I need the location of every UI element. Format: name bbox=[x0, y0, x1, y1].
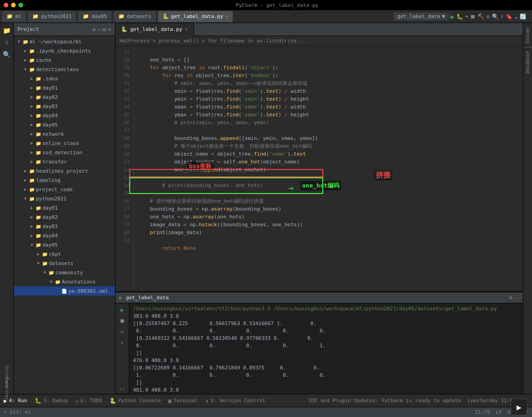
tree-item-dc-day04[interactable]: ▶ 📁 day04 bbox=[14, 111, 115, 120]
todo-tool-item[interactable]: ☑ 6: TODO bbox=[75, 398, 102, 404]
structure-icon[interactable]: S bbox=[1, 37, 12, 48]
tree-item-ml[interactable]: ▼ 📁 ml ~/workspace/ml bbox=[14, 37, 115, 46]
refresh-icon[interactable]: 🔄 bbox=[520, 13, 526, 20]
tree-item-checkpoints[interactable]: ▶ 📁 .ipynb_checkpoints bbox=[14, 46, 115, 55]
sidebar-collapse-icon[interactable]: — bbox=[97, 26, 101, 33]
run-output-line-11: ]] bbox=[133, 379, 519, 387]
tree-item-ckpt[interactable]: ▶ 📁 ckpt bbox=[14, 249, 115, 259]
version-control-item[interactable]: ↕ 9: Version Control bbox=[206, 398, 266, 404]
database-tab[interactable]: Database bbox=[524, 49, 531, 75]
run-play-icon[interactable]: ▶ bbox=[118, 305, 127, 314]
code-content[interactable]: one_hots = [] for object_tree in root.fi… bbox=[134, 46, 523, 291]
sidebar-settings-icon[interactable]: ⚙ bbox=[92, 26, 96, 33]
tree-item-dc-day01[interactable]: ▶ 📁 day01 bbox=[14, 83, 115, 92]
tree-item-datasets[interactable]: ▼ 📁 datasets bbox=[14, 259, 115, 268]
coverage-button[interactable]: ☂ bbox=[465, 13, 468, 20]
tab-ml[interactable]: 📁 ml bbox=[2, 11, 26, 22]
folder-icon-cache: 📁 bbox=[29, 57, 35, 63]
tree-item-p21-day02[interactable]: ▶ 📁 day02 bbox=[14, 212, 115, 222]
tree-item-dc-day03[interactable]: ▶ 📁 day03 bbox=[14, 102, 115, 111]
update-notification: IDE and Plugin Updates: PyCharm is ready… bbox=[308, 398, 528, 404]
tree-item-transfer[interactable]: ▶ 📁 transfer bbox=[14, 157, 115, 166]
run-close2-icon[interactable]: × bbox=[118, 338, 127, 348]
tree-item-p21-day03[interactable]: ▶ 📁 day03 bbox=[14, 222, 115, 231]
tree-item-dc-day05[interactable]: ▶ 📁 day05 bbox=[14, 120, 115, 129]
run-header-title: ▶ bbox=[119, 295, 122, 301]
run-output-line-13: 481.0 480.0 3.0 bbox=[133, 387, 519, 393]
run-stop-icon[interactable]: ⏹ bbox=[118, 316, 127, 326]
debug-button[interactable]: 🐛 bbox=[456, 13, 463, 20]
python-console-item[interactable]: 🐍 Python Console bbox=[109, 398, 161, 404]
tree-item-p21-day04[interactable]: ▶ 📁 day04 bbox=[14, 231, 115, 240]
tree-arrow-cache: ▶ bbox=[22, 57, 29, 63]
bookmark-icon[interactable]: 🔖 bbox=[506, 13, 513, 20]
run-output-line-4: [0.21469322 0.54166667 0.50130548 0.9770… bbox=[133, 335, 519, 342]
tree-item-idea[interactable]: ▶ 📁 .idea bbox=[14, 74, 115, 83]
debug-tool-icon: 🐛 bbox=[35, 398, 42, 404]
solver-tab[interactable]: Solver bbox=[524, 25, 531, 45]
tab-datasets[interactable]: 📁 datasets bbox=[114, 11, 156, 22]
terminal-item[interactable]: ▣ Terminal bbox=[168, 398, 198, 404]
tree-item-p21-day05[interactable]: ▼ 📁 day05 bbox=[14, 240, 115, 249]
run-settings-icon[interactable]: ⚙ bbox=[509, 295, 513, 301]
tab-get-label-data[interactable]: 🐍 get_label_data.py × bbox=[158, 11, 233, 22]
debug-tool-item[interactable]: 🐛 5: Debug bbox=[35, 398, 68, 404]
search-icon[interactable]: 🔍 bbox=[492, 13, 499, 20]
run-panel: ▶ get_label_data ⚙ — ▶ ⏹ ↩ × ↓↓ /Users/h… bbox=[115, 291, 523, 393]
minimize-dot[interactable] bbox=[11, 3, 16, 7]
editor-tab-get-label-data[interactable]: 🐍 get_label_data.py × bbox=[115, 23, 194, 36]
media-play-button[interactable]: ▶ bbox=[511, 399, 527, 415]
settings-icon[interactable]: ⚙ bbox=[486, 13, 490, 20]
tree-label-xml: ya.000301.xml bbox=[68, 288, 108, 294]
tree-item-p21-day01[interactable]: ▶ 📁 day01 bbox=[14, 203, 115, 212]
run-output[interactable]: /Users/huxinghui/virtualenv/tf2/bin/pyth… bbox=[129, 303, 523, 393]
tree-item-dc-day02[interactable]: ▶ 📁 day02 bbox=[14, 92, 115, 102]
tab-day05[interactable]: 📁 day05 bbox=[78, 11, 111, 22]
tab-python2021[interactable]: 📁 python2021 bbox=[28, 11, 76, 22]
tree-item-detectionclass[interactable]: ▼ 📁 detectionclass bbox=[14, 65, 115, 74]
tree-item-network[interactable]: ▶ 📁 network bbox=[14, 129, 115, 139]
run-left-icons: ▶ ⏹ ↩ × ↓↓ bbox=[115, 303, 129, 393]
favorites-tab[interactable]: Favorites bbox=[1, 383, 12, 394]
code-view: 37 38 39 40 41 42 43 44 45 46 47 48 49 5… bbox=[115, 46, 523, 291]
find-icon[interactable]: 🔍 bbox=[1, 49, 12, 60]
tree-item-online-class[interactable]: ▶ 📁 online_class bbox=[14, 139, 115, 148]
tree-item-annotations[interactable]: ▼ 📁 Annotations bbox=[14, 277, 115, 286]
git-icon[interactable]: ⬆ bbox=[501, 13, 504, 20]
tree-item-cache[interactable]: ▶ 📁 cache bbox=[14, 55, 115, 65]
run-output-line-1: 383.0 480.0 3.0 bbox=[133, 313, 519, 320]
folder-icon-checkpoints: 📁 bbox=[29, 48, 35, 54]
tree-item-labeling[interactable]: ▶ 📁 labeling bbox=[14, 175, 115, 185]
editor-run-container: 🐍 get_label_data.py × XmlProcess > proce… bbox=[115, 23, 523, 394]
window-chrome: PyCharm - get_label_data.py bbox=[0, 0, 532, 10]
run-output-line-9: [[0.06722689 0.14166667 0.79621849 0.893… bbox=[133, 364, 519, 372]
run-close-icon[interactable]: — bbox=[516, 295, 519, 301]
tree-item-python2021[interactable]: ▼ 📁 python2021 bbox=[14, 194, 115, 203]
project-view-icon[interactable]: 📁 bbox=[1, 25, 12, 36]
run-panel-header: ▶ get_label_data ⚙ — bbox=[115, 292, 523, 303]
run-config-dropdown[interactable]: get_label_data ▼ bbox=[393, 12, 448, 20]
run-scroll-icon[interactable]: ↓↓ bbox=[118, 384, 127, 393]
stop-button[interactable]: ⏹ bbox=[470, 13, 476, 20]
close-dot[interactable] bbox=[4, 3, 8, 7]
sidebar-close-icon[interactable]: × bbox=[108, 26, 111, 33]
status-bar: ⬆ Git: ml 21:70 LF UTF- 4 bbox=[0, 407, 532, 417]
tree-item-community[interactable]: ▼ 📁 community bbox=[14, 268, 115, 277]
run-output-line-5: 0. 0. 0. 0. 0. 1. bbox=[133, 342, 519, 350]
terminal-icon: ▣ bbox=[168, 398, 171, 404]
build-button[interactable]: 🔨 bbox=[478, 13, 484, 20]
close-tab-icon[interactable]: × bbox=[185, 27, 188, 32]
folder-icon-detectionclass: 📁 bbox=[29, 66, 35, 73]
run-rerun-icon[interactable]: ↩ bbox=[118, 327, 127, 337]
run-button[interactable]: ▶ bbox=[451, 13, 454, 20]
right-sidebar: Solver Database bbox=[523, 23, 532, 394]
tree-item-xml-file[interactable]: 📄 ya.000301.xml bbox=[14, 286, 115, 296]
tree-arrow-idea: ▶ bbox=[29, 75, 35, 82]
sidebar-expand-icon[interactable]: ⊞ bbox=[103, 26, 106, 33]
tree-arrow-checkpoints: ▶ bbox=[22, 48, 29, 54]
maximize-dot[interactable] bbox=[18, 3, 23, 7]
cloud-icon[interactable]: ☁ bbox=[514, 13, 518, 20]
tree-item-project-code[interactable]: ▶ 📁 project_code bbox=[14, 185, 115, 194]
tree-item-ssd[interactable]: ▶ 📁 ssd_detection bbox=[14, 148, 115, 157]
tree-item-headlines[interactable]: ▶ 📁 headlines_project bbox=[14, 166, 115, 175]
